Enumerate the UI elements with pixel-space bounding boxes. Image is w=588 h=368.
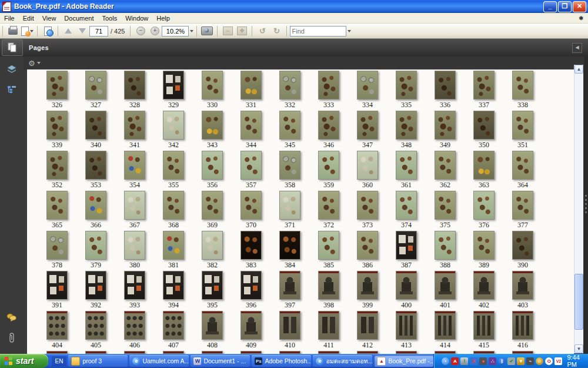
rotate-ccw-button[interactable]: ↺ <box>256 25 269 37</box>
page-thumbnail[interactable] <box>85 231 106 260</box>
page-thumbnail[interactable] <box>240 271 262 300</box>
guard-tray-icon[interactable]: ☺ <box>536 357 543 365</box>
page-thumbnail[interactable] <box>46 71 68 100</box>
chevron-down-icon[interactable] <box>190 30 193 32</box>
chevron-down-icon[interactable] <box>348 30 351 32</box>
taskbar-task-button[interactable]: eอมตะสยามดอท... <box>313 355 372 367</box>
page-thumbnail[interactable] <box>435 71 456 100</box>
taskbar-task-active[interactable]: ▲Book_Pre.pdf -... <box>374 355 433 367</box>
page-thumbnail[interactable] <box>473 191 495 220</box>
menu-item-window[interactable]: Window <box>121 14 152 22</box>
page-thumbnail[interactable] <box>512 191 533 220</box>
page-thumbnail[interactable] <box>357 111 378 140</box>
chevron-down-icon[interactable] <box>37 62 41 64</box>
messenger-tray-icon[interactable]: ∴ <box>489 357 496 365</box>
page-thumbnail[interactable] <box>240 231 262 260</box>
full-screen-button[interactable]: ✥ <box>235 25 248 37</box>
layers-tab[interactable] <box>6 65 17 77</box>
page-thumbnail[interactable] <box>279 271 300 300</box>
page-thumbnail[interactable] <box>240 311 262 340</box>
zoom-level-input[interactable] <box>162 26 189 37</box>
page-thumbnail[interactable] <box>202 271 223 300</box>
page-thumbnail[interactable] <box>85 311 106 340</box>
page-thumbnail[interactable] <box>512 311 533 340</box>
page-thumbnail[interactable] <box>240 71 262 100</box>
page-thumbnail[interactable] <box>318 231 339 260</box>
adobe-reader-tray-icon[interactable]: A <box>451 357 459 365</box>
rotate-cw-button[interactable]: ↻ <box>270 25 283 37</box>
page-thumbnail[interactable] <box>163 191 184 220</box>
page-thumbnail[interactable] <box>512 71 533 100</box>
attachments-tab[interactable] <box>8 333 16 346</box>
page-thumbnail[interactable] <box>279 111 300 140</box>
scroll-up-arrow[interactable]: ▲ <box>574 65 583 74</box>
page-thumbnail[interactable] <box>396 151 417 180</box>
page-thumbnail[interactable] <box>435 271 456 300</box>
start-button[interactable]: start <box>0 354 48 368</box>
page-thumbnail[interactable] <box>240 111 262 140</box>
page-thumbnail[interactable] <box>279 151 300 180</box>
page-thumbnail[interactable] <box>357 151 378 180</box>
taskbar-task-button[interactable]: proof 3 <box>68 355 128 367</box>
page-thumbnail[interactable] <box>124 71 145 100</box>
page-thumbnail[interactable] <box>435 111 456 140</box>
page-thumbnail[interactable] <box>318 271 339 300</box>
page-thumbnail[interactable] <box>85 111 106 140</box>
page-thumbnail[interactable] <box>202 231 223 260</box>
page-thumbnail[interactable] <box>318 151 339 180</box>
page-thumbnail[interactable] <box>124 311 145 340</box>
language-indicator[interactable]: EN <box>52 356 67 366</box>
page-thumbnail[interactable] <box>473 271 495 300</box>
page-thumbnail[interactable] <box>435 151 456 180</box>
update-tray-icon[interactable]: ✔ <box>507 357 515 365</box>
print-button[interactable] <box>6 25 19 37</box>
menu-item-tools[interactable]: Tools <box>98 14 122 22</box>
page-thumbnail[interactable] <box>279 231 300 260</box>
page-thumbnail[interactable] <box>396 271 417 300</box>
page-thumbnail[interactable] <box>85 271 106 300</box>
panel-splitter[interactable] <box>584 57 588 354</box>
page-thumbnail[interactable] <box>46 271 68 300</box>
zoom-out-button[interactable]: − <box>134 25 147 37</box>
network-offline-tray-icon[interactable]: ✕ <box>470 357 477 365</box>
page-thumbnail[interactable] <box>240 191 262 220</box>
find-input[interactable] <box>290 26 346 37</box>
page-thumbnail[interactable] <box>124 191 145 220</box>
page-thumbnail[interactable] <box>512 111 533 140</box>
shield-tray-icon[interactable]: ▼ <box>517 357 524 365</box>
options-gear-icon[interactable]: ⚙ <box>28 59 35 68</box>
page-thumbnail[interactable] <box>473 71 495 100</box>
page-thumbnail[interactable] <box>512 151 533 180</box>
opera-tray-icon[interactable]: O <box>545 357 553 365</box>
page-thumbnail[interactable] <box>202 151 223 180</box>
page-thumbnail[interactable] <box>512 271 533 300</box>
page-thumbnail[interactable] <box>396 71 417 100</box>
page-thumbnail[interactable] <box>473 311 495 340</box>
restore-button[interactable]: ❐ <box>558 1 572 12</box>
page-thumbnail[interactable] <box>46 151 68 180</box>
page-number-input[interactable] <box>89 26 108 37</box>
hide-icons-chevron[interactable]: ‹ <box>442 357 449 365</box>
scroll-down-arrow[interactable]: ▼ <box>574 344 583 353</box>
collapse-panel-button[interactable]: ◀ <box>572 43 582 53</box>
menu-item-view[interactable]: View <box>38 14 61 22</box>
page-thumbnail[interactable] <box>85 151 106 180</box>
page-thumbnail[interactable] <box>124 111 145 140</box>
page-thumbnail[interactable] <box>357 231 378 260</box>
page-thumbnail[interactable] <box>46 311 68 340</box>
vertical-scrollbar[interactable]: ▲ ▼ <box>574 65 583 353</box>
menu-item-document[interactable]: Document <box>60 14 98 22</box>
page-thumbnail[interactable] <box>163 231 184 260</box>
menu-item-help[interactable]: Help <box>152 14 174 22</box>
page-thumbnail[interactable] <box>512 231 533 260</box>
snapshot-button[interactable] <box>201 25 213 37</box>
scroll-mode-button[interactable]: ⇔ <box>221 25 234 37</box>
page-thumbnail[interactable] <box>163 111 184 140</box>
page-thumbnail[interactable] <box>318 71 339 100</box>
page-thumbnail[interactable] <box>46 111 68 140</box>
pages-tab[interactable] <box>2 39 23 56</box>
page-thumbnail[interactable] <box>85 191 106 220</box>
close-button[interactable]: ✕ <box>573 1 586 12</box>
zoom-in-button[interactable]: + <box>148 25 161 37</box>
page-thumbnail[interactable] <box>435 191 456 220</box>
